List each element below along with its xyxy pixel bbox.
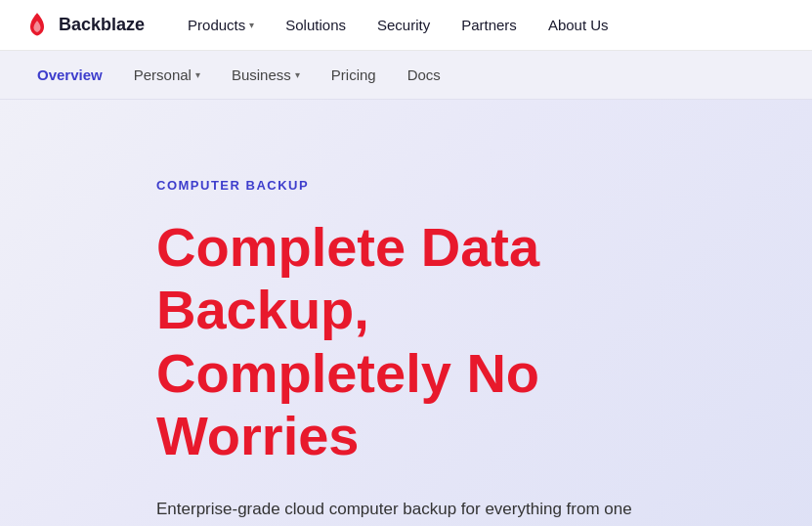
sub-nav-item-overview: Overview — [23, 59, 116, 91]
sub-nav-link-business[interactable]: Business ▾ — [218, 59, 314, 91]
logo-link[interactable]: Backblaze — [23, 12, 145, 39]
top-nav: Backblaze Products ▾ Solutions Security … — [0, 0, 812, 51]
sub-nav-links: Overview Personal ▾ Business ▾ Pricing D… — [23, 59, 454, 91]
nav-link-about-us[interactable]: About Us — [536, 11, 620, 39]
chevron-down-icon: ▾ — [195, 69, 200, 80]
logo-text: Backblaze — [59, 15, 145, 35]
nav-item-about-us: About Us — [536, 11, 620, 39]
hero-description: Enterprise-grade cloud computer backup f… — [156, 496, 656, 526]
nav-item-solutions: Solutions — [274, 11, 358, 39]
hero-section: COMPUTER BACKUP Complete Data Backup, Co… — [0, 100, 812, 526]
top-nav-links: Products ▾ Solutions Security Partners A… — [176, 11, 620, 39]
nav-item-partners: Partners — [449, 11, 529, 39]
section-label: COMPUTER BACKUP — [156, 178, 656, 193]
nav-link-solutions[interactable]: Solutions — [274, 11, 358, 39]
hero-title: Complete Data Backup, Completely No Worr… — [156, 216, 656, 468]
nav-link-security[interactable]: Security — [365, 11, 442, 39]
sub-nav-item-personal: Personal ▾ — [120, 59, 214, 91]
sub-nav-item-pricing: Pricing — [318, 59, 390, 91]
chevron-down-icon: ▾ — [249, 20, 254, 30]
logo-icon — [23, 12, 51, 39]
chevron-down-icon: ▾ — [295, 69, 300, 80]
nav-link-partners[interactable]: Partners — [449, 11, 529, 39]
sub-nav-link-docs[interactable]: Docs — [394, 59, 454, 91]
sub-nav-link-pricing[interactable]: Pricing — [318, 59, 390, 91]
nav-link-products[interactable]: Products ▾ — [176, 11, 266, 39]
nav-item-products: Products ▾ — [176, 11, 266, 39]
nav-item-security: Security — [365, 11, 442, 39]
sub-nav-item-docs: Docs — [394, 59, 454, 91]
sub-nav-item-business: Business ▾ — [218, 59, 314, 91]
sub-nav-link-personal[interactable]: Personal ▾ — [120, 59, 214, 91]
sub-nav-link-overview[interactable]: Overview — [23, 59, 116, 91]
sub-nav: Overview Personal ▾ Business ▾ Pricing D… — [0, 51, 812, 100]
